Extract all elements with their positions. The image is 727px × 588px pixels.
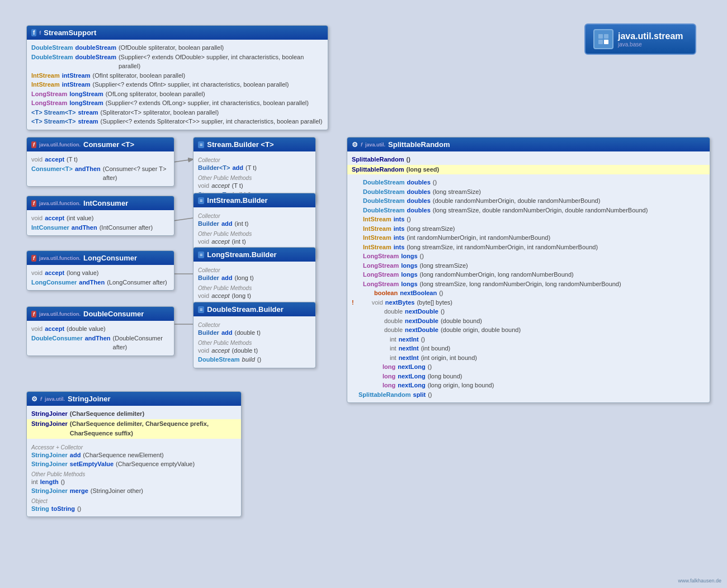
method-row: Builder add (long t)	[198, 273, 311, 283]
section-label-other: Other Public Methods	[198, 231, 311, 237]
int-consumer-body: void accept (int value) IntConsumer andT…	[27, 210, 174, 235]
method-row: IntStream ints ()	[352, 215, 705, 224]
stream-support-superscript: f	[39, 30, 41, 36]
method-row: String toString ()	[31, 504, 237, 514]
stream-badge-title: java.util.stream	[618, 31, 683, 41]
int-stream-builder-header: ≡ IntStream.Builder	[193, 193, 315, 207]
watermark: www.falkhausen.de	[678, 578, 721, 584]
consumer-icon: f	[31, 141, 36, 148]
long-consumer-package: java.util.function.	[39, 255, 81, 261]
double-stream-builder-body: Collector Builder add (double t) Other P…	[193, 316, 315, 368]
splittable-random-body: SplittableRandom () SplittableRandom (lo…	[347, 151, 710, 402]
section-label-collector: Collector	[198, 213, 311, 219]
section-label-other: Other Public Methods	[198, 285, 311, 291]
method-row: DoubleStream build ()	[198, 355, 311, 364]
method-row: double nextDouble (double origin, double…	[352, 325, 705, 335]
method-row: IntStream intStream (Supplier<? extends …	[31, 80, 323, 89]
method-row: long nextLong (long origin, long bound)	[352, 381, 705, 390]
stream-badge-icon	[593, 29, 613, 49]
method-row: DoubleStream doubles (long streamSize, d…	[352, 206, 705, 215]
method-row: Builder add (double t)	[198, 328, 311, 338]
stream-support-card: f f StreamSupport DoubleStream doubleStr…	[26, 25, 328, 130]
int-stream-builder-title: IntStream.Builder	[207, 196, 267, 205]
method-row: DoubleConsumer andThen (DoubleConsumer a…	[31, 334, 169, 352]
double-consumer-icon: f	[31, 311, 36, 317]
method-row: void accept (long t)	[198, 291, 311, 301]
consumer-card: f java.util.function.Consumer <T> void a…	[26, 137, 174, 187]
section-label-other: Other Public Methods	[198, 175, 311, 181]
stream-support-icon: f	[31, 29, 36, 36]
double-consumer-title: DoubleConsumer	[83, 310, 144, 318]
section-label-object: Object	[31, 498, 237, 504]
method-row: IntConsumer andThen (IntConsumer after)	[31, 223, 169, 233]
stream-builder-title: Stream.Builder <T>	[207, 140, 273, 149]
splittable-random-superscript: f	[361, 142, 362, 148]
splittable-random-gear-icon: ⚙	[352, 141, 358, 149]
stream-builder-header: ≡ Stream.Builder <T>	[193, 137, 315, 151]
method-row: void accept (double t)	[198, 346, 311, 355]
method-row: Builder<T> add (T t)	[198, 163, 311, 173]
int-stream-builder-icon: ≡	[198, 197, 204, 204]
section-label-accessor-collector: Accessor + Collector	[31, 444, 237, 451]
double-consumer-card: f java.util.function.DoubleConsumer void…	[26, 306, 174, 356]
method-row: LongStream longStream (Supplier<? extend…	[31, 98, 323, 108]
long-consumer-icon: f	[31, 255, 36, 262]
double-stream-builder-card: ≡ DoubleStream.Builder Collector Builder…	[193, 302, 316, 368]
svg-rect-4	[598, 34, 603, 39]
int-consumer-icon: f	[31, 200, 36, 207]
method-row: DoubleStream doubleStream (OfDouble spli…	[31, 43, 323, 53]
int-consumer-header: f java.util.function.IntConsumer	[27, 196, 174, 210]
long-consumer-card: f java.util.function.LongConsumer void a…	[26, 250, 174, 291]
method-row: double nextDouble ()	[352, 307, 705, 316]
stream-support-title: StreamSupport	[44, 29, 96, 37]
method-row: Builder add (int t)	[198, 219, 311, 229]
method-row: long nextLong (long bound)	[352, 372, 705, 381]
method-row: LongStream longs (long streamSize, long …	[352, 279, 705, 289]
constructor-row-highlighted: StringJoiner (CharSequence delimiter, Ch…	[27, 419, 241, 439]
int-consumer-card: f java.util.function.IntConsumer void ac…	[26, 196, 174, 236]
consumer-title: Consumer <T>	[83, 140, 134, 149]
stream-support-body: DoubleStream doubleStream (OfDouble spli…	[27, 40, 328, 130]
double-stream-builder-title: DoubleStream.Builder	[207, 305, 284, 314]
section-label-other-public: Other Public Methods	[31, 471, 237, 477]
method-row: <T> Stream<T> stream (Supplier<? extends…	[31, 117, 323, 126]
method-row: IntStream ints (long streamSize, int ran…	[352, 243, 705, 252]
section-label-other: Other Public Methods	[198, 340, 311, 346]
stream-builder-icon: ≡	[198, 141, 204, 148]
method-row: LongStream longs ()	[352, 252, 705, 261]
method-row: double nextDouble (double bound)	[352, 316, 705, 326]
method-row: long nextLong ()	[352, 362, 705, 372]
method-row: void accept (int t)	[198, 237, 311, 246]
stream-badge: java.util.stream java.base	[584, 23, 696, 55]
method-row: StringJoiner add (CharSequence newElemen…	[31, 451, 237, 460]
method-row: LongStream longStream (OfLong spliterato…	[31, 89, 323, 99]
string-joiner-package: java.util.	[45, 396, 65, 402]
method-row-exclamation: ! void nextBytes (byte[] bytes)	[352, 298, 705, 307]
long-stream-builder-header: ≡ LongStream.Builder	[193, 248, 315, 262]
string-joiner-superscript: f	[40, 396, 42, 402]
consumer-package: java.util.function.	[39, 142, 81, 148]
consumer-body: void accept (T t) Consumer<T> andThen (C…	[27, 151, 174, 186]
double-stream-builder-icon: ≡	[198, 306, 204, 313]
int-consumer-title: IntConsumer	[83, 199, 128, 207]
method-row: LongStream longs (long streamSize)	[352, 261, 705, 271]
method-row: int nextInt ()	[352, 335, 705, 344]
long-consumer-header: f java.util.function.LongConsumer	[27, 251, 174, 265]
method-row: void accept (T t)	[198, 181, 311, 191]
method-row: void accept (T t)	[31, 155, 169, 164]
double-consumer-body: void accept (double value) DoubleConsume…	[27, 321, 174, 355]
constructor-row-highlighted: SplittableRandom (long seed)	[347, 165, 710, 175]
string-joiner-gear-icon: ⚙	[31, 395, 37, 403]
double-stream-builder-header: ≡ DoubleStream.Builder	[193, 302, 315, 316]
method-row: int nextInt (int origin, int bound)	[352, 353, 705, 363]
constructor-row: SplittableRandom ()	[352, 155, 705, 165]
section-label-collector: Collector	[198, 322, 311, 328]
method-row: void accept (int value)	[31, 214, 169, 223]
method-row: <T> Stream<T> stream (Spliterator<T> spl…	[31, 108, 323, 117]
splittable-random-title: SplittableRandom	[388, 140, 450, 149]
method-row: Consumer<T> andThen (Consumer<? super T>…	[31, 164, 169, 183]
method-row: IntStream ints (long streamSize)	[352, 224, 705, 234]
method-row: IntStream intStream (OfInt spliterator, …	[31, 71, 323, 80]
double-consumer-header: f java.util.function.DoubleConsumer	[27, 307, 174, 321]
method-row: SplittableRandom split ()	[352, 390, 705, 400]
